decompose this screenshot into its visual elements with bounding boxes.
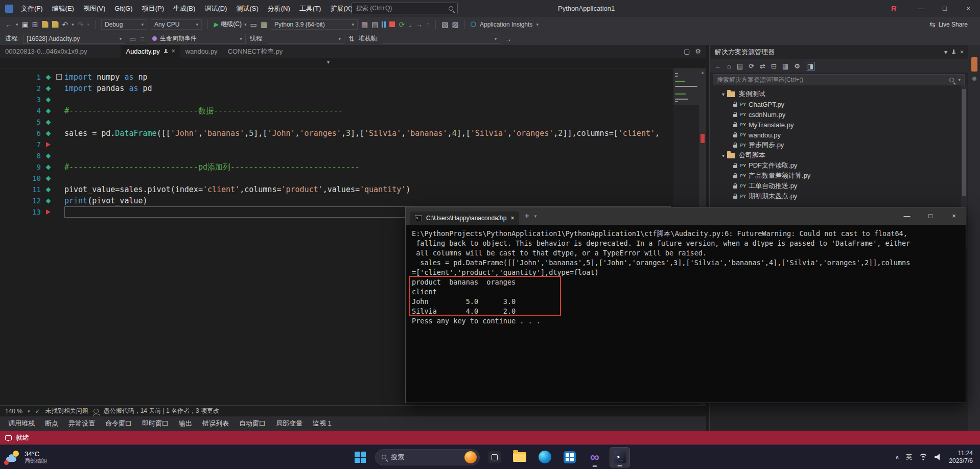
continue-button[interactable]: ▶继续(C)▾: [214, 20, 246, 29]
console-close-button[interactable]: ×: [942, 207, 966, 225]
python-environment-dropdown[interactable]: Python 3.9 (64-bit)▾: [271, 19, 358, 30]
tree-folder-案例测试[interactable]: ▾案例测试: [710, 89, 968, 99]
tree-file-wandou.py[interactable]: PYwandou.py: [710, 130, 968, 140]
redo-caret[interactable]: ▾: [87, 22, 90, 27]
code-line-2[interactable]: 2import pandas as pd: [0, 83, 673, 94]
tab-wandou.py[interactable]: wandou.py: [180, 45, 223, 58]
tab-list-icon[interactable]: ▢: [684, 48, 690, 55]
split-window-icon[interactable]: ▥: [261, 19, 267, 30]
new-tab-caret-icon[interactable]: ▾: [534, 214, 537, 219]
app-insights-caret[interactable]: ▾: [536, 22, 539, 27]
console-title-bar[interactable]: >_ C:\Users\Happy\anaconda3\p × + ▾ — □ …: [406, 207, 966, 225]
change-tracking-icon[interactable]: [41, 94, 55, 105]
tree-file-产品数量差额计算.py[interactable]: PY产品数量差额计算.py: [710, 171, 968, 181]
close-button[interactable]: ×: [956, 0, 980, 17]
fold-collapse-icon[interactable]: −: [56, 74, 62, 80]
navigate-back-caret[interactable]: ▾: [16, 22, 18, 27]
navigate-back-icon[interactable]: ←: [5, 19, 12, 30]
tree-folder-公司脚本[interactable]: ▾公司脚本: [710, 150, 968, 160]
change-tracking-icon[interactable]: [41, 83, 55, 94]
store-button[interactable]: [559, 447, 580, 467]
tab-options-gear-icon[interactable]: ⚙: [695, 48, 701, 55]
configuration-dropdown[interactable]: Debug▾: [101, 19, 147, 30]
menu-Git(G)[interactable]: Git(G): [110, 0, 137, 17]
menu-文件(F)[interactable]: 文件(F): [16, 0, 48, 17]
tab-pin-icon[interactable]: [164, 49, 168, 54]
menu-分析(N)[interactable]: 分析(N): [263, 0, 295, 17]
change-tracking-icon[interactable]: [41, 173, 55, 184]
pin-icon[interactable]: [951, 50, 956, 55]
change-tracking-icon[interactable]: [41, 195, 55, 206]
menu-生成(B)[interactable]: 生成(B): [169, 0, 200, 17]
bottom-tab-输出[interactable]: 输出: [174, 419, 197, 428]
home-icon[interactable]: ⌂: [727, 62, 731, 70]
preview-window-icon[interactable]: ▭: [250, 19, 256, 30]
console-maximize-button[interactable]: □: [919, 207, 942, 225]
step-into-icon[interactable]: ↓: [408, 19, 412, 30]
properties-icon[interactable]: ▦: [782, 62, 788, 70]
console-tab[interactable]: >_ C:\Users\Happy\anaconda3\p ×: [410, 212, 519, 225]
bottom-tab-即时窗口[interactable]: 即时窗口: [137, 419, 174, 428]
tree-file-ChatGPT.py[interactable]: PYChatGPT.py: [710, 99, 968, 109]
stop-debug-icon[interactable]: [389, 21, 395, 27]
console-window[interactable]: >_ C:\Users\Happy\anaconda3\p × + ▾ — □ …: [405, 207, 966, 403]
code-line-3[interactable]: 3: [0, 94, 673, 105]
console-output[interactable]: E:\PythonProjects\PythonApplication1\Pyt…: [406, 225, 966, 403]
panel-close-icon[interactable]: ×: [960, 49, 964, 56]
settings-gear-icon[interactable]: ⚙: [794, 62, 800, 70]
tree-file-MyTranslate.py[interactable]: PYMyTranslate.py: [710, 120, 968, 130]
process-step-icon[interactable]: ▭: [129, 34, 136, 44]
side-strip-tab[interactable]: [971, 57, 977, 72]
code-line-1[interactable]: 1−import numpy as np: [0, 72, 673, 83]
scroll-up-icon[interactable]: ▴: [699, 68, 706, 76]
bottom-tab-异常设置[interactable]: 异常设置: [63, 419, 100, 428]
live-share-button[interactable]: ⇆ Live Share: [929, 19, 975, 30]
stack-frame-dropdown[interactable]: ▾: [383, 34, 500, 44]
tray-overflow-chevron-icon[interactable]: ∧: [895, 454, 899, 461]
change-tracking-icon[interactable]: [41, 128, 55, 139]
attach-icon[interactable]: ▦: [361, 19, 368, 30]
console-minimize-button[interactable]: —: [895, 207, 919, 225]
show-all-files-icon[interactable]: ◨: [806, 62, 815, 71]
change-tracking-icon[interactable]: [41, 72, 55, 83]
back-icon[interactable]: ←: [715, 62, 721, 70]
change-tracking-icon[interactable]: [41, 150, 55, 161]
tab-close-icon[interactable]: ×: [172, 45, 175, 58]
change-tracking-icon[interactable]: [41, 184, 55, 195]
edge-button[interactable]: [534, 447, 555, 467]
bottom-tab-监视 1[interactable]: 监视 1: [308, 419, 337, 428]
undo-icon[interactable]: ↶: [62, 19, 68, 30]
goto-frame-icon[interactable]: →: [504, 34, 511, 44]
thread-dropdown[interactable]: ▾: [268, 34, 344, 44]
collapse-all-icon[interactable]: ⊟: [771, 62, 777, 70]
expand-chevron-icon[interactable]: ▾: [722, 153, 725, 158]
restart-icon[interactable]: ⟳: [399, 19, 405, 30]
bottom-tab-错误列表[interactable]: 错误列表: [197, 419, 234, 428]
tree-file-工单自动推送.py[interactable]: PY工单自动推送.py: [710, 181, 968, 191]
process-dropdown[interactable]: [16528] Audacity.py▾: [23, 34, 125, 44]
tab-00020813-0...046x0x1x9.py[interactable]: 00020813-0...046x0x1x9.py: [0, 45, 92, 58]
quick-search-box[interactable]: 搜索 (Ctrl+Q): [352, 3, 458, 14]
code-line-9[interactable]: 9#----------------------------pd添加列-----…: [0, 161, 673, 173]
tree-file-csdnNum.py[interactable]: PYcsdnNum.py: [710, 109, 968, 120]
columns-icon[interactable]: ▤: [371, 19, 378, 30]
solution-search-box[interactable]: 搜索解决方案资源管理器(Ctrl+;) ▾: [713, 74, 965, 85]
menu-工具(T)[interactable]: 工具(T): [295, 0, 326, 17]
change-tracking-icon[interactable]: [41, 161, 55, 173]
redo-icon[interactable]: ↷: [78, 19, 84, 30]
code-line-4[interactable]: 4#----------------------------数据--------…: [0, 105, 673, 116]
tab-CONNECT检查.py[interactable]: CONNECT检查.py: [223, 45, 288, 58]
start-button[interactable]: [350, 447, 370, 467]
file-explorer-button[interactable]: [509, 447, 530, 467]
lifecycle-events-dropdown[interactable]: 生命周期事件▾: [149, 34, 246, 44]
bottom-tab-局部变量[interactable]: 局部变量: [271, 419, 308, 428]
save-all-icon[interactable]: [52, 21, 59, 28]
platform-dropdown[interactable]: Any CPU▾: [151, 19, 202, 30]
menu-视图(V)[interactable]: 视图(V): [79, 0, 110, 17]
bottom-tab-调用堆栈[interactable]: 调用堆栈: [3, 419, 40, 428]
save-icon[interactable]: [42, 21, 49, 28]
menu-调试(D)[interactable]: 调试(D): [200, 0, 231, 17]
menu-编辑(E)[interactable]: 编辑(E): [48, 0, 79, 17]
clock-widget[interactable]: 11:24 2023/7/6: [949, 450, 973, 465]
new-project-icon[interactable]: ▣: [22, 19, 29, 30]
